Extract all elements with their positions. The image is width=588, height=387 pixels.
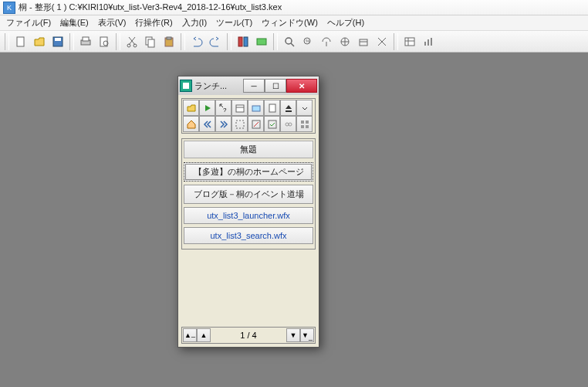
menu-edit[interactable]: 編集(E): [56, 15, 93, 30]
maximize-button[interactable]: ☐: [265, 79, 286, 93]
svg-rect-10: [148, 39, 154, 47]
dlg-calendar-icon[interactable]: [231, 100, 248, 116]
dlg-link-icon[interactable]: [280, 116, 296, 132]
svg-rect-30: [427, 39, 429, 46]
dlg-card-icon[interactable]: [248, 100, 264, 116]
svg-rect-14: [244, 37, 248, 46]
svg-rect-39: [236, 121, 244, 128]
list-panel: 無題 【多遊】の桐のホームページ ブログ版－桐のイベント道場 utx_list3…: [181, 138, 316, 250]
dlg-last-icon[interactable]: [215, 116, 231, 132]
table-icon[interactable]: [401, 33, 418, 50]
zoom-icon[interactable]: %: [299, 33, 316, 50]
svg-rect-38: [286, 110, 292, 112]
app-icon: K: [3, 2, 15, 14]
cut-icon[interactable]: [123, 33, 140, 50]
svg-text:%: %: [306, 39, 310, 43]
svg-rect-15: [257, 39, 266, 45]
tool1-icon[interactable]: [235, 33, 252, 50]
redo-icon[interactable]: [207, 33, 224, 50]
menu-input[interactable]: 入力(I): [177, 15, 211, 30]
list-item-2[interactable]: ブログ版－桐のイベント道場: [184, 185, 313, 204]
menubar: ファイル(F) 編集(E) 表示(V) 行操作(R) 入力(I) ツール(T) …: [0, 15, 588, 31]
svg-rect-4: [83, 37, 89, 41]
preview-icon[interactable]: [96, 33, 113, 50]
dlg-first-icon[interactable]: [199, 116, 215, 132]
minimize-button[interactable]: ─: [243, 79, 265, 93]
dlg-home-icon[interactable]: [183, 116, 199, 132]
dialog-toolbar: ?: [181, 98, 316, 134]
tool2-icon[interactable]: [253, 33, 270, 50]
svg-rect-47: [306, 125, 309, 128]
svg-rect-44: [301, 121, 304, 124]
page-last-icon[interactable]: ▼_: [300, 328, 314, 342]
menu-help[interactable]: ヘルプ(H): [323, 15, 369, 30]
dialog-icon: [180, 80, 192, 92]
svg-rect-2: [55, 38, 61, 41]
dlg-dropdown-icon[interactable]: [296, 100, 313, 116]
chart-icon[interactable]: [420, 33, 437, 50]
dlg-new-icon[interactable]: [264, 100, 280, 116]
svg-rect-36: [252, 106, 260, 111]
new-icon[interactable]: [12, 33, 29, 50]
menu-view[interactable]: 表示(V): [93, 15, 131, 30]
svg-point-42: [286, 123, 289, 126]
svg-rect-29: [424, 42, 426, 46]
list-item-1[interactable]: 【多遊】の桐のホームページ: [184, 162, 313, 182]
page-first-icon[interactable]: ▲_: [183, 328, 197, 342]
undo-icon[interactable]: [188, 33, 205, 50]
close-button[interactable]: ✕: [286, 79, 317, 93]
dlg-edit-icon[interactable]: [248, 116, 264, 132]
open-icon[interactable]: [31, 33, 48, 50]
svg-rect-0: [17, 37, 24, 46]
menu-window[interactable]: ウィンドウ(W): [257, 15, 323, 30]
svg-rect-24: [360, 39, 367, 46]
dlg-run-icon[interactable]: [199, 100, 215, 116]
menu-line[interactable]: 行操作(R): [130, 15, 177, 30]
svg-point-16: [286, 38, 292, 44]
menu-tool[interactable]: ツール(T): [211, 15, 257, 30]
dlg-eject-icon[interactable]: [280, 100, 296, 116]
print-icon[interactable]: [77, 33, 94, 50]
dlg-open-icon[interactable]: [183, 100, 199, 116]
svg-rect-13: [238, 37, 242, 46]
tool6-icon[interactable]: [373, 33, 390, 50]
find-icon[interactable]: [281, 33, 298, 50]
dlg-select-icon[interactable]: [231, 116, 248, 132]
svg-point-43: [289, 123, 292, 126]
svg-rect-45: [306, 121, 309, 124]
tool3-icon[interactable]: [318, 33, 335, 50]
tool5-icon[interactable]: [355, 33, 372, 50]
launcher-dialog: ランチ... ─ ☐ ✕ ?: [177, 76, 319, 348]
save-icon[interactable]: [49, 33, 66, 50]
page-prev-icon[interactable]: ▲: [197, 328, 211, 342]
svg-rect-31: [431, 38, 432, 46]
svg-text:?: ?: [223, 107, 227, 114]
tool4-icon[interactable]: [336, 33, 353, 50]
page-next-icon[interactable]: ▼: [286, 328, 300, 342]
list-item-4[interactable]: utx_list3_search.wfx: [184, 227, 313, 244]
dialog-title: ランチ...: [194, 80, 243, 92]
window-title: 桐 - 整形( 1 ) C:¥KIRI10¥utx_list-Ver3-Rev4…: [19, 2, 282, 13]
dlg-check-icon[interactable]: [264, 116, 280, 132]
dialog-footer: ▲_ ▲ 1 / 4 ▼ ▼_: [181, 327, 316, 344]
main-toolbar: %: [0, 31, 588, 53]
svg-rect-26: [405, 38, 414, 46]
svg-rect-12: [167, 37, 171, 39]
menu-file[interactable]: ファイル(F): [2, 15, 56, 30]
svg-rect-34: [236, 105, 244, 112]
workspace: ランチ... ─ ☐ ✕ ?: [0, 53, 588, 387]
svg-line-17: [291, 43, 294, 46]
dlg-grid-icon[interactable]: [296, 116, 313, 132]
paste-icon[interactable]: [161, 33, 177, 50]
dlg-help-icon[interactable]: ?: [215, 100, 231, 116]
copy-icon[interactable]: [142, 33, 159, 50]
svg-rect-41: [269, 121, 276, 128]
svg-rect-32: [183, 83, 189, 89]
page-indicator: 1 / 4: [211, 331, 286, 340]
svg-rect-46: [301, 125, 304, 128]
list-item-3[interactable]: utx_list3_launcher.wfx: [184, 207, 313, 224]
svg-rect-37: [269, 104, 275, 112]
list-header: 無題: [184, 141, 313, 158]
